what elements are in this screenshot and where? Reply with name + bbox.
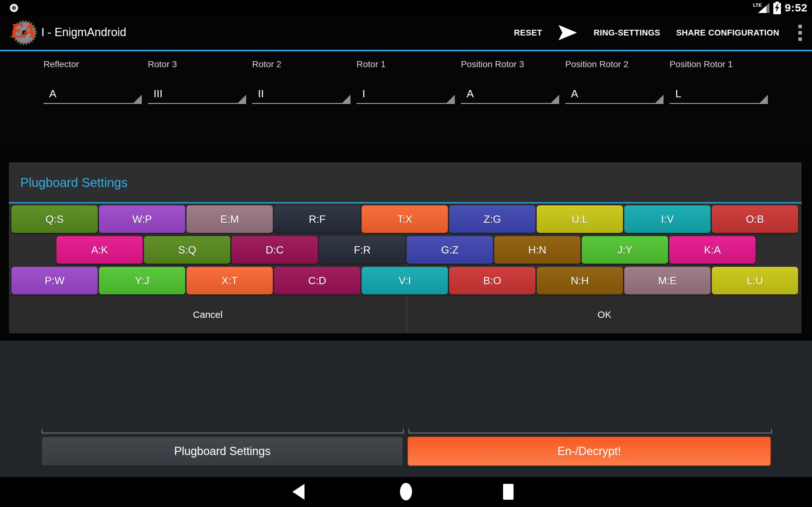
spinner-box[interactable]: L [670, 83, 768, 104]
dropdown-caret-icon [134, 95, 142, 103]
spinner-box[interactable]: A [565, 83, 664, 104]
plug-button-m-e[interactable]: M:E [624, 267, 711, 294]
spinner-value: II [258, 88, 264, 100]
dialog-title-divider [9, 202, 802, 204]
spinner-label: Rotor 3 [148, 58, 214, 71]
spinner-label: Rotor 2 [252, 58, 319, 71]
plug-button-j-y[interactable]: J:Y [582, 236, 668, 264]
plug-button-o-b[interactable]: O:B [712, 205, 798, 233]
output-text-field[interactable] [409, 429, 772, 434]
status-icons: LTE 9:52 [753, 0, 808, 15]
spinner-value: A [49, 88, 56, 100]
plug-button-d-c[interactable]: D:C [232, 236, 318, 264]
plugboard-settings-button[interactable]: Plugboard Settings [42, 437, 403, 466]
spinner-label: Position Rotor 3 [461, 58, 527, 71]
plug-button-n-h[interactable]: N:H [537, 267, 623, 294]
plug-button-e-m[interactable]: E:M [187, 205, 273, 233]
recents-icon[interactable] [503, 484, 513, 500]
status-bar: LTE 9:52 [0, 0, 812, 15]
plug-row-3: P:WY:JX:TC:DV:IB:ON:HM:EL:U [9, 267, 802, 294]
plug-row-1: Q:SW:PE:MR:FT:XZ:GU:LI:VO:B [9, 205, 802, 233]
dialog-button-bar: Cancel OK [9, 295, 802, 333]
app-logo-rotor-icon: EA [11, 18, 38, 47]
spinner-box[interactable]: III [148, 83, 246, 104]
spinner-rotor-2[interactable]: Rotor 2II [252, 58, 351, 104]
plug-button-s-q[interactable]: S:Q [144, 236, 230, 264]
spinner-box[interactable]: A [44, 83, 142, 104]
dropdown-caret-icon [447, 95, 455, 103]
spinner-value: III [154, 88, 162, 100]
plug-button-i-v[interactable]: I:V [624, 205, 711, 233]
toolbar-actions: RESET RING-SETTINGS SHARE CONFIGURATION [514, 15, 805, 50]
cell-signal-icon: LTE [753, 2, 769, 14]
dropdown-caret-icon [760, 95, 768, 103]
dropdown-caret-icon [342, 95, 351, 103]
ring-settings-button[interactable]: RING-SETTINGS [594, 28, 660, 38]
logo-ea-monogram: EA [10, 20, 35, 41]
plug-button-h-n[interactable]: H:N [494, 236, 580, 264]
share-configuration-button[interactable]: SHARE CONFIGURATION [676, 28, 779, 38]
spinner-label: Position Rotor 2 [565, 58, 632, 71]
plug-button-k-a[interactable]: K:A [669, 236, 756, 264]
plug-button-b-o[interactable]: B:O [449, 267, 536, 294]
dropdown-caret-icon [655, 95, 664, 103]
plug-button-r-f[interactable]: R:F [274, 205, 360, 233]
spinner-value: L [675, 88, 681, 100]
spinner-value: A [467, 88, 474, 100]
plug-button-l-u[interactable]: L:U [712, 267, 798, 294]
dropdown-caret-icon [238, 95, 246, 103]
plug-button-q-s[interactable]: Q:S [11, 205, 98, 233]
plug-button-z-g[interactable]: Z:G [449, 205, 536, 233]
clock: 9:52 [785, 2, 808, 14]
battery-charging-icon [773, 2, 781, 14]
spinner-value: I [362, 88, 365, 100]
spinner-box[interactable]: A [461, 83, 559, 104]
enigmandroid-screen: LTE 9:52 EA I - EnigmAndroid [0, 0, 812, 507]
dialog-title: Plugboard Settings [20, 176, 128, 190]
front-camera-cutout [10, 4, 18, 12]
spinner-label: Reflector [44, 58, 110, 71]
plug-button-g-z[interactable]: G:Z [407, 236, 493, 264]
spinner-label: Position Rotor 1 [670, 58, 736, 71]
spinner-position-rotor-2[interactable]: Position Rotor 2A [565, 58, 664, 104]
dropdown-caret-icon [551, 95, 559, 103]
send-icon[interactable] [558, 24, 577, 41]
page-title: I - EnigmAndroid [41, 26, 126, 39]
plug-button-c-d[interactable]: C:D [274, 267, 360, 294]
ok-button[interactable]: OK [407, 296, 802, 333]
spinner-position-rotor-1[interactable]: Position Rotor 1L [670, 58, 768, 104]
spinner-value: A [571, 88, 578, 100]
plug-button-p-w[interactable]: P:W [11, 267, 98, 294]
app-toolbar: EA I - EnigmAndroid RESET RING-SETTINGS … [0, 15, 812, 50]
plug-button-v-i[interactable]: V:I [362, 267, 448, 294]
spinner-rotor-1[interactable]: Rotor 1I [357, 58, 455, 104]
cancel-button[interactable]: Cancel [9, 296, 407, 333]
back-icon[interactable] [293, 484, 305, 500]
encrypt-decrypt-button[interactable]: En-/Decrypt! [408, 437, 771, 466]
plug-button-y-j[interactable]: Y:J [99, 267, 185, 294]
spinner-box[interactable]: II [252, 83, 351, 104]
spinner-rotor-3[interactable]: Rotor 3III [148, 58, 246, 104]
reset-button[interactable]: RESET [514, 28, 542, 38]
plug-button-a-k[interactable]: A:K [56, 236, 143, 264]
spinner-reflector[interactable]: ReflectorA [44, 58, 142, 104]
plug-button-f-r[interactable]: F:R [319, 236, 405, 264]
plug-button-u-l[interactable]: U:L [537, 205, 623, 233]
plug-button-t-x[interactable]: T:X [362, 205, 448, 233]
home-icon[interactable] [400, 483, 412, 500]
plugboard-dialog: Plugboard Settings Q:SW:PE:MR:FT:XZ:GU:L… [9, 162, 802, 333]
spinner-box[interactable]: I [357, 83, 455, 104]
input-text-field[interactable] [42, 429, 404, 434]
plug-button-w-p[interactable]: W:P [99, 205, 185, 233]
plug-row-2: A:KS:QD:CF:RG:ZH:NJ:YK:A [9, 236, 802, 264]
overflow-menu-icon[interactable] [795, 23, 805, 43]
spinner-position-rotor-3[interactable]: Position Rotor 3A [461, 58, 559, 104]
spinner-label: Rotor 1 [357, 58, 423, 71]
plug-button-x-t[interactable]: X:T [187, 267, 273, 294]
